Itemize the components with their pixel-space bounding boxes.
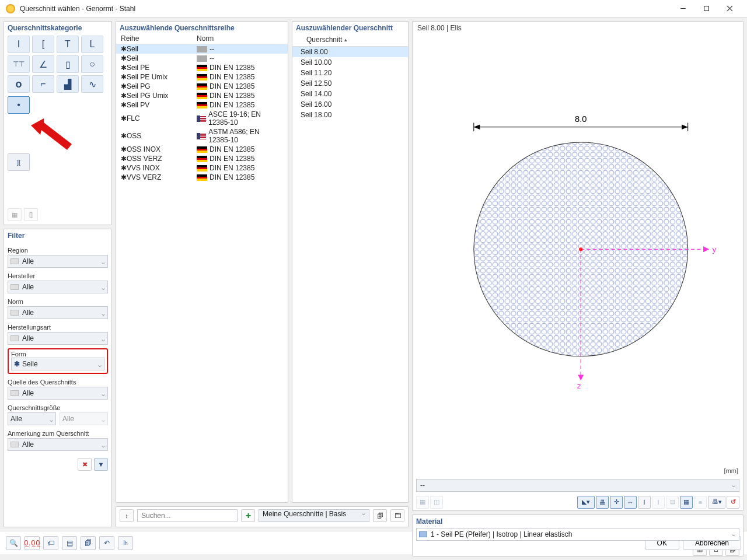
groesse-select-1[interactable]: Alle⌵ <box>8 412 56 425</box>
cross-rows[interactable]: Seil 8.00Seil 10.00Seil 11.20Seil 12.50S… <box>292 47 408 502</box>
series-row[interactable]: ✱Seil PE Umix DIN EN 12385 <box>116 72 288 82</box>
series-row[interactable]: ✱Seil PG Umix DIN EN 12385 <box>116 91 288 100</box>
cross-section-item[interactable]: Seil 14.00 <box>292 89 408 99</box>
vtb-print-button[interactable]: 🖶 <box>596 496 609 509</box>
herstellungsart-select[interactable]: Alle⌵ <box>8 332 108 345</box>
series-row[interactable]: ✱VVS VERZ DIN EN 12385 <box>116 173 288 182</box>
app-icon <box>6 4 15 13</box>
props-button[interactable]: ▤ <box>62 536 77 550</box>
series-row[interactable]: ✱Seil PE DIN EN 12385 <box>116 63 288 72</box>
copy-button[interactable]: 🗐 <box>81 536 96 550</box>
material-select[interactable]: 1 - Seil PE (Pfeifer) | Isotrop | Linear… <box>416 528 739 541</box>
series-row[interactable]: ✱Seil PG DIN EN 12385 <box>116 82 288 91</box>
norm-label: Norm <box>8 298 108 305</box>
add-favorite-button[interactable]: ✚ <box>241 509 255 522</box>
region-select[interactable]: Alle⌵ <box>8 255 108 268</box>
profile-rect-hollow-icon[interactable]: ▯ <box>57 55 79 73</box>
col-reihe[interactable]: Reihe <box>121 34 197 43</box>
vtb-i-profile-button[interactable]: I <box>638 496 651 509</box>
profile-round-hollow-icon[interactable]: ○ <box>81 55 103 73</box>
main-area: Querschnittskategorie I [ T L ⊤⊤ ∠ ▯ ○ o… <box>0 18 747 531</box>
svg-text:8.0: 8.0 <box>575 114 587 124</box>
category-panel: Querschnittskategorie I [ T L ⊤⊤ ∠ ▯ ○ o… <box>4 21 112 225</box>
form-highlight: Form ✱Seile⌵ <box>8 348 108 374</box>
form-select[interactable]: ✱Seile⌵ <box>11 358 104 370</box>
undo-button[interactable]: ↶ <box>99 536 114 550</box>
section-props-button[interactable]: Ih <box>118 536 133 550</box>
series-panel: Auszuwählende Querschnittsreihe Reihe No… <box>116 21 288 503</box>
anmerkung-label: Anmerkung zum Querschnitt <box>8 430 108 437</box>
collapse-all-button[interactable]: [] <box>24 208 38 221</box>
svg-rect-1 <box>704 6 708 11</box>
vtb-view-button[interactable]: ◣▾ <box>577 496 595 509</box>
group-select[interactable]: Meine Querschnitte | Basis⌵ <box>259 509 369 522</box>
profile-i-icon[interactable]: I <box>8 36 30 53</box>
anmerkung-select[interactable]: Alle⌵ <box>8 438 108 451</box>
profile-t-icon[interactable]: T <box>57 36 79 53</box>
profile-corrugated-icon[interactable]: ∿ <box>81 75 103 93</box>
search-input[interactable] <box>137 509 238 522</box>
groesse-select-2[interactable]: Alle⌵ <box>60 412 108 425</box>
series-row[interactable]: ✱OSS INOX DIN EN 12385 <box>116 145 288 154</box>
series-row[interactable]: ✱Seil -- <box>116 54 288 63</box>
profile-cable-icon[interactable]: • <box>8 96 30 114</box>
vtb-section-button[interactable]: ◫ <box>430 496 443 509</box>
svg-marker-11 <box>682 125 687 130</box>
preview-dropdown[interactable]: --⌵ <box>416 479 739 492</box>
cross-section-item[interactable]: Seil 8.00 <box>292 47 408 57</box>
cross-section-item[interactable]: Seil 11.20 <box>292 68 408 78</box>
close-button[interactable] <box>718 1 741 17</box>
vtb-grid-button[interactable]: ▦ <box>680 496 693 509</box>
profile-tt-icon[interactable]: ⊤⊤ <box>8 55 30 73</box>
col-norm[interactable]: Norm <box>197 34 283 43</box>
units-button[interactable]: 0̲.0̲0̲ <box>25 536 40 550</box>
help-button[interactable]: 🔍 <box>6 536 21 550</box>
vtb-i2-button[interactable]: I <box>652 496 665 509</box>
series-table-header: Reihe Norm <box>116 33 288 44</box>
series-row[interactable]: ✱Seil -- <box>116 44 288 54</box>
cross-section-item[interactable]: Seil 18.00 <box>292 110 408 120</box>
hersteller-select[interactable]: Alle⌵ <box>8 281 108 293</box>
profile-solid-round-icon[interactable]: o <box>8 75 30 93</box>
norm-select[interactable]: Alle⌵ <box>8 306 108 319</box>
series-row[interactable]: ✱OSS VERZ DIN EN 12385 <box>116 154 288 163</box>
series-row[interactable]: ✱VVS INOX DIN EN 12385 <box>116 163 288 173</box>
vtb-axes-button[interactable]: ✛ <box>610 496 623 509</box>
series-row[interactable]: ✱OSS ASTM A586; EN 12385-10 <box>116 127 288 145</box>
profile-custom-icon[interactable]: ][ <box>8 153 30 171</box>
info-button[interactable]: 🏷 <box>43 536 58 550</box>
vtb-print2-button[interactable]: 🖶▾ <box>708 496 725 509</box>
cross-col-header[interactable]: Querschnitt ▴ <box>292 33 408 47</box>
remove-filter-button[interactable]: ✖ <box>78 458 92 471</box>
profile-l-icon[interactable]: L <box>81 36 103 53</box>
expand-all-button[interactable]: ▦ <box>8 208 22 221</box>
quelle-select[interactable]: Alle⌵ <box>8 387 108 400</box>
maximize-button[interactable] <box>694 1 718 17</box>
profile-hat-icon[interactable]: ▟ <box>57 75 79 93</box>
sort-button[interactable]: ↕ <box>120 509 134 522</box>
vtb-list-button[interactable]: ≡ <box>694 496 707 509</box>
search-bar: ↕ ✚ Meine Querschnitte | Basis⌵ 🗐 🗔 <box>116 506 409 527</box>
profile-z-icon[interactable]: ⌐ <box>32 75 54 93</box>
form-label: Form <box>11 351 104 358</box>
category-header: Querschnittskategorie <box>4 22 111 33</box>
cross-section-item[interactable]: Seil 16.00 <box>292 99 408 110</box>
series-row[interactable]: ✱FLC ASCE 19-16; EN 12385-10 <box>116 110 288 127</box>
profile-c-icon[interactable]: [ <box>32 36 54 53</box>
vtb-stress-button[interactable]: ▦ <box>416 496 429 509</box>
open-lib-button[interactable]: 🗐 <box>373 509 387 522</box>
vtb-weld-button[interactable]: ⊟ <box>666 496 679 509</box>
apply-filter-button[interactable]: ▼ <box>94 458 108 471</box>
vtb-dims-button[interactable]: ↔ <box>624 496 637 509</box>
series-rows[interactable]: ✱Seil --✱Seil --✱Seil PE DIN EN 12385✱Se… <box>116 44 288 502</box>
add-lib-button[interactable]: 🗔 <box>390 509 404 522</box>
cross-section-item[interactable]: Seil 12.50 <box>292 78 408 89</box>
svg-point-18 <box>579 247 582 251</box>
profile-angle-icon[interactable]: ∠ <box>32 55 54 73</box>
vtb-reset-button[interactable]: ↺ <box>727 496 739 509</box>
preview-canvas[interactable]: 8.0 y z [mm] <box>413 34 743 477</box>
minimize-button[interactable] <box>671 1 694 17</box>
series-row[interactable]: ✱Seil PV DIN EN 12385 <box>116 100 288 110</box>
cross-section-item[interactable]: Seil 10.00 <box>292 57 408 68</box>
region-label: Region <box>8 247 108 254</box>
